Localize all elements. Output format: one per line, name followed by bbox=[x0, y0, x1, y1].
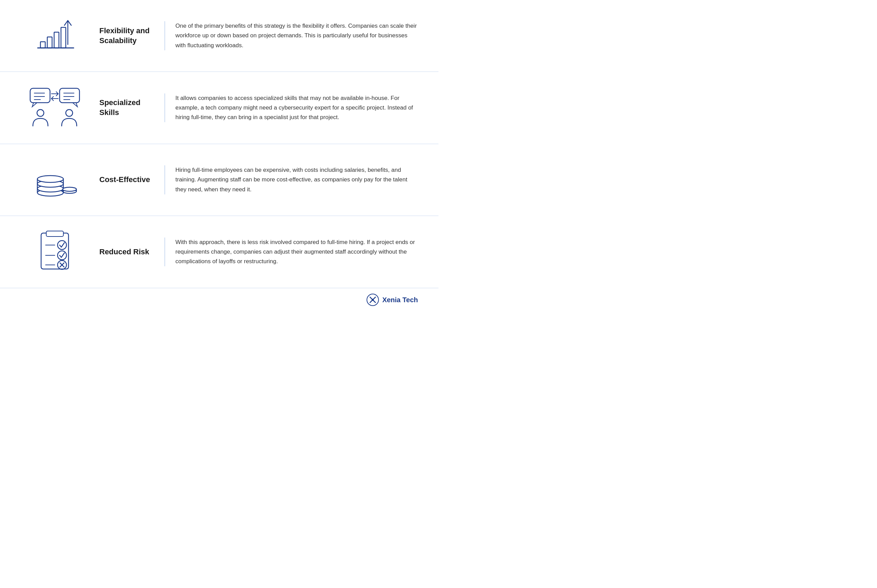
icon-area-cost bbox=[21, 161, 89, 199]
desc-area-cost: Hiring full-time employees can be expens… bbox=[164, 165, 418, 194]
svg-rect-4 bbox=[61, 27, 66, 48]
page-container: Flexibility and Scalability One of the p… bbox=[0, 0, 438, 314]
svg-rect-2 bbox=[47, 37, 52, 48]
benefit-row-flexibility: Flexibility and Scalability One of the p… bbox=[0, 0, 438, 72]
icon-area-risk bbox=[21, 230, 89, 274]
benefit-title-specialized: Specialized Skills bbox=[99, 98, 140, 117]
coins-stack-icon bbox=[33, 161, 77, 199]
desc-area-specialized: It allows companies to access specialize… bbox=[164, 93, 418, 122]
svg-point-31 bbox=[63, 187, 77, 191]
benefit-desc-cost: Hiring full-time employees can be expens… bbox=[175, 165, 418, 194]
svg-rect-33 bbox=[46, 231, 63, 237]
benefit-row-cost: Cost-Effective Hiring full-time employee… bbox=[0, 144, 438, 216]
benefit-title-flexibility: Flexibility and Scalability bbox=[99, 26, 150, 45]
svg-rect-1 bbox=[41, 42, 45, 48]
svg-rect-6 bbox=[30, 88, 50, 103]
svg-rect-10 bbox=[60, 88, 80, 103]
svg-point-38 bbox=[57, 251, 66, 260]
desc-area-risk: With this approach, there is less risk i… bbox=[164, 237, 418, 266]
title-area-risk: Reduced Risk bbox=[89, 247, 164, 257]
svg-point-17 bbox=[66, 110, 73, 116]
benefit-title-risk: Reduced Risk bbox=[99, 248, 149, 256]
benefit-title-cost: Cost-Effective bbox=[99, 175, 150, 184]
checklist-icon bbox=[36, 230, 74, 274]
benefit-row-risk: Reduced Risk With this approach, there i… bbox=[0, 216, 438, 288]
svg-point-27 bbox=[38, 176, 63, 182]
title-area-flexibility: Flexibility and Scalability bbox=[89, 26, 164, 45]
svg-point-16 bbox=[37, 110, 44, 116]
title-area-cost: Cost-Effective bbox=[89, 175, 164, 185]
logo-area: Xenia Tech bbox=[0, 288, 438, 314]
benefit-desc-specialized: It allows companies to access specialize… bbox=[175, 93, 418, 122]
benefit-desc-flexibility: One of the primary benefits of this stra… bbox=[175, 21, 418, 50]
logo-label: Xenia Tech bbox=[382, 296, 418, 304]
benefit-row-specialized: Specialized Skills It allows companies t… bbox=[0, 72, 438, 144]
xenia-logo-icon bbox=[367, 294, 379, 306]
desc-area-flexibility: One of the primary benefits of this stra… bbox=[164, 21, 418, 50]
icon-area-specialized bbox=[21, 86, 89, 130]
title-area-specialized: Specialized Skills bbox=[89, 98, 164, 117]
svg-point-37 bbox=[57, 241, 66, 249]
svg-rect-32 bbox=[41, 233, 69, 269]
benefit-desc-risk: With this approach, there is less risk i… bbox=[175, 237, 418, 266]
icon-area-flexibility bbox=[21, 17, 89, 55]
bar-chart-arrow-icon bbox=[34, 17, 75, 55]
svg-rect-3 bbox=[54, 32, 59, 48]
svg-point-43 bbox=[372, 299, 374, 301]
people-chat-icon bbox=[27, 86, 82, 130]
